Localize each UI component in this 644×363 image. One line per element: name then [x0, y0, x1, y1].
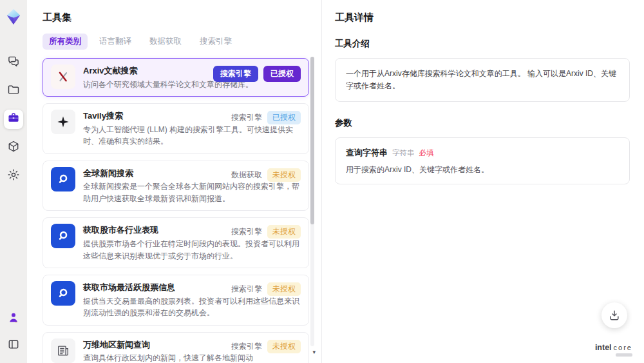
scroll-down-caret[interactable]: ▾: [312, 349, 316, 355]
chat-icon: [7, 55, 20, 70]
params-heading: 参数: [335, 117, 630, 129]
folder-icon: [7, 83, 20, 99]
category-label: 搜索引擎: [231, 284, 262, 295]
sidebar-item-panel-toggle[interactable]: [4, 336, 23, 355]
user-icon: [7, 311, 20, 326]
category-label: 搜索引擎: [231, 112, 262, 123]
category-label: 搜索引擎: [231, 341, 262, 352]
sidebar: [0, 0, 27, 363]
stock-actives-icon: [51, 281, 75, 306]
param-type: 字符串: [392, 149, 415, 157]
tavily-icon: [51, 110, 75, 134]
sidebar-item-cube[interactable]: [4, 138, 23, 157]
news-search-icon: [51, 167, 75, 191]
auth-badge: 已授权: [267, 111, 301, 124]
arxiv-icon: [51, 64, 75, 89]
detail-title: 工具详情: [335, 12, 630, 24]
tool-detail-pane: 工具详情 工具介绍 一个用于从Arxiv存储库搜索科学论文和文章的工具。 输入可…: [322, 0, 644, 363]
category-tabs: 所有类别语言翻译数据获取搜索引擎: [43, 34, 321, 50]
sidebar-nav: [4, 53, 23, 186]
cube-icon: [7, 140, 20, 155]
tool-card[interactable]: Arxiv文献搜索访问各个研究领域大量科学论文和文章的存储库。搜索引擎已授权: [43, 58, 309, 97]
tool-description: 提供当天交易量最高的股票列表。投资者可以利用这些信息来识别流动性强的股票和潜在的…: [83, 295, 301, 319]
core-brand-text: core: [614, 344, 632, 351]
auth-button[interactable]: 已授权: [263, 66, 301, 82]
stock-sectors-icon: [51, 224, 75, 248]
tab-0[interactable]: 所有类别: [43, 34, 88, 50]
sidebar-bottom: [4, 309, 23, 355]
param-description: 用于搜索的Arxiv ID、关键字或作者姓名。: [346, 164, 619, 175]
tab-1[interactable]: 语言翻译: [93, 34, 138, 50]
auth-badge: 未授权: [267, 225, 301, 239]
app-logo-icon[interactable]: [5, 8, 23, 26]
intel-core-logo: intel core: [595, 343, 632, 357]
category-button[interactable]: 搜索引擎: [213, 66, 258, 82]
intro-box: 一个用于从Arxiv存储库搜索科学论文和文章的工具。 输入可以是Arxiv ID…: [335, 58, 630, 102]
category-label: 搜索引擎: [231, 226, 262, 237]
settings-icon: [7, 168, 20, 184]
sidebar-item-toolbox[interactable]: [4, 110, 23, 129]
tab-3[interactable]: 搜索引擎: [193, 34, 238, 50]
auth-badge: 未授权: [267, 340, 301, 353]
tool-card[interactable]: 万维地区新闻查询查询具体行政区划内的新闻，快速了解各地新闻动搜索引擎未授权: [43, 332, 309, 363]
auth-badge: 未授权: [267, 168, 301, 182]
intel-brand-text: intel: [595, 343, 612, 352]
scrollbar-track[interactable]: [310, 57, 314, 346]
app-window: 工具集 所有类别语言翻译数据获取搜索引擎 Arxiv文献搜索访问各个研究领域大量…: [0, 0, 644, 363]
param-list: 查询字符串字符串必填用于搜索的Arxiv ID、关键字或作者姓名。: [335, 137, 630, 184]
tab-2[interactable]: 数据获取: [143, 34, 188, 50]
intel-sub-badge: [616, 353, 632, 357]
tool-description: 提供股票市场各个行业在特定时间段内的表现。投资者可以利用这些信息来识别表现优于或…: [83, 238, 301, 262]
sidebar-item-settings[interactable]: [4, 166, 23, 186]
download-button[interactable]: [601, 302, 627, 328]
tool-card[interactable]: Tavily搜索专为人工智能代理 (LLM) 构建的搜索引擎工具。可快速提供实时…: [43, 103, 309, 154]
panel-toggle-icon: [7, 338, 20, 353]
regional-news-icon: [51, 338, 75, 363]
param-item: 查询字符串字符串必填用于搜索的Arxiv ID、关键字或作者姓名。: [335, 137, 630, 184]
tool-description: 专为人工智能代理 (LLM) 构建的搜索引擎工具。可快速提供实时、准确和真实的结…: [83, 124, 301, 148]
tool-description: 查询具体行政区划内的新闻，快速了解各地新闻动: [83, 352, 301, 363]
auth-badge: 未授权: [267, 282, 301, 296]
toolbox-icon: [7, 112, 20, 127]
tool-card[interactable]: 获取市场最活跃股票信息提供当天交易量最高的股票列表。投资者可以利用这些信息来识别…: [43, 275, 309, 326]
param-name: 查询字符串: [346, 148, 388, 157]
scrollbar-thumb[interactable]: [310, 57, 314, 224]
tool-list: Arxiv文献搜索访问各个研究领域大量科学论文和文章的存储库。搜索引擎已授权Ta…: [43, 58, 309, 363]
tool-card[interactable]: 获取股市各行业表现提供股票市场各个行业在特定时间段内的表现。投资者可以利用这些信…: [43, 217, 309, 268]
tool-list-pane: 工具集 所有类别语言翻译数据获取搜索引擎 Arxiv文献搜索访问各个研究领域大量…: [27, 0, 322, 363]
category-label: 数据获取: [231, 170, 262, 181]
intro-heading: 工具介绍: [335, 38, 630, 50]
sidebar-item-chat[interactable]: [4, 53, 23, 72]
tool-card[interactable]: 全球新闻搜索全球新闻搜索是一个聚合全球各大新闻网站内容的搜索引擎，帮助用户快速获…: [43, 161, 309, 211]
sidebar-item-folder[interactable]: [4, 81, 23, 101]
param-required-badge: 必填: [419, 149, 434, 157]
sidebar-item-user[interactable]: [4, 309, 23, 328]
page-title: 工具集: [43, 12, 321, 24]
tool-description: 全球新闻搜索是一个聚合全球各大新闻网站内容的搜索引擎，帮助用户快速获取全球最新资…: [83, 181, 301, 204]
